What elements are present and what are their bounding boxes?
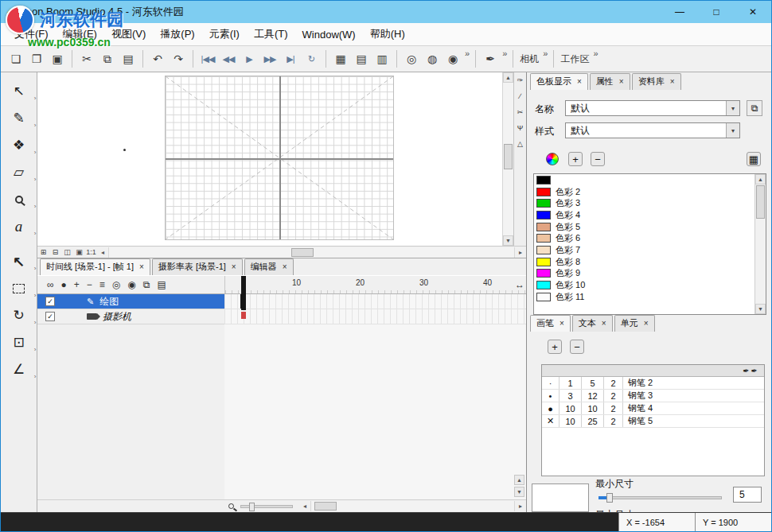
close-tab-icon[interactable]: × (577, 77, 582, 86)
close-tab-icon[interactable]: × (232, 262, 236, 271)
add-color-button[interactable]: + (568, 152, 583, 166)
color-swatch[interactable] (536, 188, 551, 196)
color-row[interactable]: 色彩 5 (534, 221, 766, 233)
track-enable-checkbox[interactable]: ✓ (45, 297, 55, 306)
static-light-table-button[interactable]: ◉ (444, 49, 462, 68)
track-row-camera[interactable]: ✓ 摄影机 (37, 309, 526, 324)
menu-item[interactable]: 播放(P) (153, 23, 201, 45)
view-toggle-icon[interactable]: ⊞ (37, 247, 49, 258)
go-last-frame-button[interactable]: ▶| (282, 49, 299, 68)
pen-row[interactable]: ● 10 10 2 钢笔 4 (542, 402, 764, 415)
maximize-button[interactable]: □ (698, 1, 735, 23)
close-tab-icon[interactable]: × (602, 319, 606, 328)
timeline-zoom-slider[interactable] (240, 505, 293, 508)
drawing-tool-icon[interactable]: ✒ (482, 49, 499, 68)
timeline-tool-icon[interactable]: ◉ (127, 279, 135, 290)
undo-button[interactable]: ↶ (149, 49, 166, 68)
color-row[interactable]: 色彩 11 (534, 291, 766, 303)
color-swatch[interactable] (536, 223, 551, 231)
scrollbar-thumb[interactable] (314, 502, 337, 511)
paint-bucket-tool[interactable]: ❖ › (7, 136, 31, 154)
redo-button[interactable]: ↷ (170, 49, 187, 68)
drawing-tools-chevron[interactable]: » (502, 46, 507, 58)
fast-forward-button[interactable]: ▶▶ (261, 49, 279, 68)
timeline-tool-icon[interactable]: ● (61, 279, 67, 290)
scroll-down-icon[interactable]: ▼ (755, 304, 766, 314)
tab-exposure-sheet[interactable]: 摄影率表 [场景-1] × (152, 258, 243, 275)
color-swatch[interactable] (536, 293, 551, 301)
timeline-tool-icon[interactable]: ∞ (47, 279, 54, 290)
menu-item[interactable]: 工具(T) (247, 23, 295, 45)
toolbar-overflow-chevron[interactable]: » (465, 46, 470, 58)
scrollbar-thumb[interactable] (504, 144, 513, 169)
view-toggle-icon[interactable]: ◫ (61, 247, 73, 258)
side-tool-icon[interactable]: ✂ (514, 107, 526, 117)
timeline-tool-icon[interactable]: ▤ (157, 279, 166, 290)
menu-item[interactable]: 元素(I) (202, 23, 247, 45)
tab-cell[interactable]: 单元 × (614, 315, 655, 332)
timeline-tool-icon[interactable]: + (74, 279, 80, 290)
chevron-down-icon[interactable]: ▾ (726, 123, 739, 138)
scroll-down-icon[interactable]: ▼ (503, 235, 513, 246)
track-frames[interactable] (224, 309, 526, 324)
track-frames[interactable] (224, 294, 526, 309)
close-tab-icon[interactable]: × (644, 319, 649, 328)
transform-tool[interactable]: ↖ › (7, 252, 31, 270)
color-swatch[interactable] (536, 281, 551, 289)
min-size-slider[interactable] (598, 493, 722, 503)
scroll-left-icon[interactable]: ◂ (299, 501, 310, 511)
scrollbar-thumb[interactable] (756, 185, 765, 219)
tab-editor[interactable]: 编辑器 × (244, 258, 294, 275)
color-swatch[interactable] (536, 246, 551, 254)
color-row[interactable]: 色彩 8 (534, 256, 766, 268)
pen-row[interactable]: • 3 12 2 钢笔 3 (542, 390, 764, 402)
color-swatch[interactable] (536, 258, 551, 266)
add-pen-button[interactable]: + (548, 340, 562, 354)
menu-item[interactable]: Window(W) (295, 23, 363, 45)
color-row[interactable]: 色彩 6 (534, 232, 766, 244)
timeline-tool-icon[interactable]: − (87, 279, 92, 290)
skew-tool[interactable]: ∠ › (7, 360, 31, 379)
color-row[interactable]: 色彩 2 (534, 186, 766, 198)
color-swatch[interactable] (536, 176, 551, 184)
pen-row[interactable]: · 1 5 2 钢笔 2 (542, 377, 764, 390)
current-frame-marker[interactable] (241, 276, 246, 310)
camera-keyframe-marker[interactable] (241, 312, 246, 319)
marquee-select-tool[interactable]: › (7, 279, 31, 297)
track-header[interactable]: ✓ 摄影机 (37, 309, 224, 324)
slider-thumb[interactable] (606, 493, 613, 503)
color-row[interactable] (534, 174, 766, 186)
tab-colour-palettes[interactable]: 色板显示 × (530, 73, 588, 90)
drawing-canvas[interactable]: ▲ ▼ ✑∕✂Ψ△ ⊞⊟◫▣1:1 ◂ ▸ (37, 72, 526, 258)
cut-button[interactable]: ✂ (78, 49, 96, 68)
light-table-button[interactable]: ◍ (423, 49, 441, 68)
duplicate-palette-button[interactable]: ⧉ (747, 100, 762, 116)
track-row-drawing[interactable]: ✓ ✎ 绘图 (37, 294, 526, 309)
zoom-tool[interactable]: › (7, 190, 31, 208)
eraser-tool[interactable]: ▱ › (7, 163, 31, 181)
onion-skin-button[interactable]: ◎ (403, 49, 420, 68)
palette-style-dropdown[interactable]: 默认 ▾ (565, 122, 740, 138)
remove-color-button[interactable]: − (591, 152, 605, 166)
remove-pen-button[interactable]: − (570, 340, 584, 354)
slider-thumb[interactable] (249, 503, 255, 511)
chevron-down-icon[interactable]: ▾ (726, 101, 739, 115)
play-button[interactable]: ▶ (240, 49, 258, 68)
slider-track[interactable] (598, 496, 722, 499)
swatch-grid-view-icon[interactable]: ▦ (747, 152, 761, 166)
grid-toggle-button[interactable]: ▦ (332, 49, 349, 68)
close-tab-icon[interactable]: × (283, 262, 287, 271)
color-wheel-icon[interactable] (546, 153, 559, 165)
scroll-up-icon[interactable]: ▲ (755, 174, 766, 184)
camera-chevron[interactable]: » (543, 46, 548, 58)
close-tab-icon[interactable]: × (619, 77, 624, 86)
view-toggle-icon[interactable]: ⊟ (49, 247, 61, 258)
camera-dropdown[interactable]: 相机 (520, 52, 539, 66)
color-row[interactable]: 色彩 10 (534, 279, 766, 291)
tab-text[interactable]: 文本 × (572, 315, 613, 332)
select-tool[interactable]: ↖ › (7, 82, 31, 100)
timeline-tool-icon[interactable]: ◎ (112, 279, 120, 290)
canvas-horizontal-scrollbar[interactable] (108, 247, 515, 258)
minimize-button[interactable]: — (661, 1, 698, 23)
color-row[interactable]: 色彩 9 (534, 268, 766, 280)
